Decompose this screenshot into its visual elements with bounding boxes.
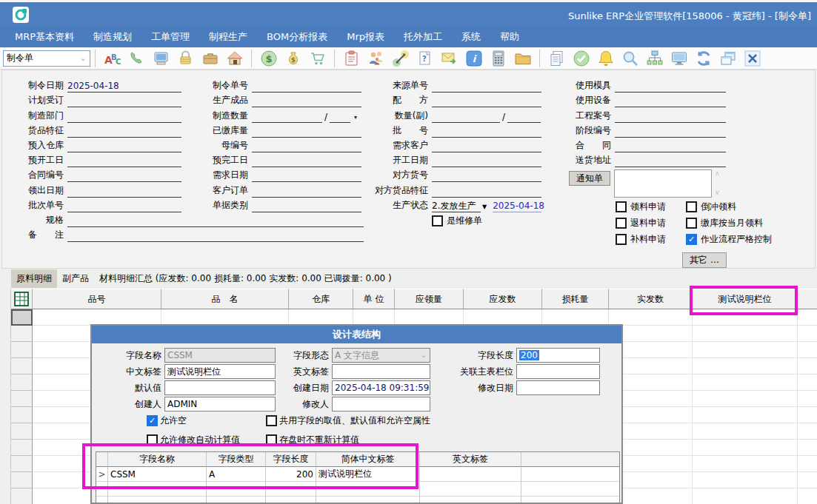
- link-icon[interactable]: [392, 50, 410, 67]
- grid-column-header[interactable]: 应领量: [395, 289, 464, 309]
- dialog-table-row[interactable]: [96, 497, 619, 504]
- grid-cell[interactable]: [693, 488, 798, 504]
- grid-column-header[interactable]: 仓库: [289, 289, 353, 309]
- checkbox[interactable]: 领料申请: [616, 201, 666, 212]
- checkbox-box[interactable]: [266, 415, 277, 426]
- input-underline[interactable]: [615, 81, 726, 93]
- folder-icon[interactable]: [514, 50, 532, 67]
- grid-cell[interactable]: [798, 488, 817, 504]
- row-selector-cell[interactable]: [11, 456, 33, 472]
- input-underline[interactable]: [67, 230, 364, 242]
- checkbox-box[interactable]: [686, 218, 697, 229]
- related-main-col-input[interactable]: [516, 364, 600, 379]
- notice-button[interactable]: 通知单: [569, 171, 610, 186]
- info-icon[interactable]: i: [465, 50, 483, 67]
- notice-textarea[interactable]: [614, 169, 712, 198]
- grid-cell[interactable]: [798, 423, 817, 440]
- dollar-coin-icon[interactable]: $: [260, 50, 278, 67]
- input-underline[interactable]: [252, 95, 361, 107]
- grid-cell[interactable]: [289, 309, 353, 326]
- input-underline[interactable]: [252, 201, 361, 212]
- input-underline[interactable]: [252, 141, 361, 152]
- grid-cell[interactable]: [693, 326, 798, 342]
- check-circle-icon[interactable]: [573, 50, 590, 67]
- row-selector-cell[interactable]: [11, 309, 33, 326]
- input-underline[interactable]: [432, 186, 541, 198]
- checkbox-box[interactable]: [616, 234, 627, 245]
- table-row[interactable]: [11, 309, 817, 326]
- calculator-icon[interactable]: [490, 50, 507, 67]
- dialog-title-bar[interactable]: 设计表结构: [92, 326, 621, 343]
- dialog-table-row[interactable]: [96, 482, 619, 497]
- input-underline[interactable]: [330, 111, 350, 123]
- grid-cell[interactable]: [161, 309, 289, 326]
- modify-date-input[interactable]: [516, 380, 600, 395]
- input-underline[interactable]: [67, 186, 181, 198]
- menu-item[interactable]: 工单管理: [141, 30, 199, 44]
- cart-icon[interactable]: [309, 50, 327, 67]
- checkbox[interactable]: 退料申请: [616, 217, 666, 229]
- input-underline[interactable]: [432, 111, 500, 123]
- other-button[interactable]: 其它 …: [682, 252, 727, 268]
- grid-cell[interactable]: [798, 407, 817, 423]
- input-underline[interactable]: [432, 170, 541, 182]
- input-underline[interactable]: [615, 155, 726, 167]
- grid-cell[interactable]: [693, 374, 798, 391]
- menu-item[interactable]: BOM分析报表: [257, 30, 337, 44]
- grid-cell[interactable]: [693, 309, 798, 326]
- lock-icon[interactable]: [177, 50, 195, 67]
- tab-item[interactable]: 原料明细: [11, 269, 57, 288]
- input-underline[interactable]: [67, 95, 181, 107]
- input-underline[interactable]: [615, 126, 726, 138]
- checkbox-box[interactable]: [147, 434, 158, 446]
- input-underline[interactable]: [432, 155, 541, 167]
- grid-cell[interactable]: [798, 440, 817, 456]
- input-underline[interactable]: [615, 141, 726, 152]
- grid-cell[interactable]: [395, 309, 464, 326]
- monitor-icon[interactable]: [670, 50, 688, 67]
- checkbox-box[interactable]: ✓: [686, 234, 697, 245]
- row-selector-cell[interactable]: [11, 358, 33, 374]
- cascade-windows-icon[interactable]: [719, 50, 737, 67]
- clipboard-icon[interactable]: [343, 50, 361, 67]
- input-underline[interactable]: [67, 201, 181, 212]
- grid-column-header[interactable]: [798, 289, 817, 309]
- sitemap-icon[interactable]: [646, 50, 664, 67]
- mail-send-icon[interactable]: [441, 50, 458, 67]
- grid-cell[interactable]: [693, 456, 798, 472]
- grid-column-header[interactable]: 单 位: [353, 289, 395, 309]
- grid-cell[interactable]: [693, 423, 798, 440]
- create-date-input[interactable]: 2025-04-18 09:31:59: [332, 380, 430, 395]
- row-selector-cell[interactable]: [11, 374, 33, 391]
- row-selector-cell[interactable]: [11, 326, 33, 342]
- input-underline[interactable]: [432, 141, 541, 152]
- menu-item[interactable]: Mrp报表: [337, 30, 394, 44]
- grid-column-header[interactable]: 品号: [33, 289, 161, 309]
- input-underline[interactable]: [615, 111, 726, 123]
- input-underline[interactable]: [67, 111, 181, 123]
- checkbox[interactable]: 存盘时不重新计算值: [266, 434, 359, 446]
- grid-cell[interactable]: [798, 456, 817, 472]
- scroll-up-icon[interactable]: ∧: [715, 169, 720, 177]
- input-underline[interactable]: [67, 215, 364, 227]
- font-abc-icon[interactable]: ABC: [104, 50, 121, 67]
- input-underline[interactable]: [507, 111, 541, 123]
- doc-question-icon[interactable]: ?: [416, 50, 434, 67]
- row-selector-cell[interactable]: [11, 342, 33, 358]
- input-underline[interactable]: [432, 126, 541, 138]
- grid-cell[interactable]: [33, 309, 161, 326]
- grid-column-header[interactable]: 实发数: [609, 289, 693, 309]
- grid-column-header[interactable]: 品 名: [161, 289, 289, 309]
- grid-cell[interactable]: [798, 358, 817, 374]
- checkbox[interactable]: ✓允许空: [147, 414, 187, 426]
- menu-item[interactable]: MRP基本资料: [5, 30, 84, 44]
- grid-cell[interactable]: [798, 374, 817, 391]
- grid-cell[interactable]: [353, 309, 395, 326]
- grid-cell[interactable]: [798, 391, 817, 407]
- refresh-icon[interactable]: [695, 50, 713, 67]
- doc-type-select[interactable]: 制令单 ⌄: [3, 50, 90, 67]
- input-underline[interactable]: [67, 155, 181, 167]
- dropdown-arrow-icon[interactable]: ▼: [482, 204, 487, 212]
- grid-cell[interactable]: [693, 358, 798, 374]
- modifier-input[interactable]: [332, 397, 430, 411]
